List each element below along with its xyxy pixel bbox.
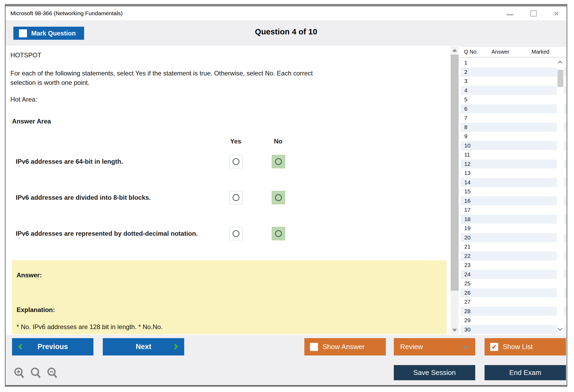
- list-scrollbar-thumb[interactable]: [557, 70, 563, 87]
- header-marked: Marked: [532, 49, 549, 55]
- question-list-row[interactable]: 21: [461, 242, 567, 251]
- q-number: 1: [464, 59, 467, 66]
- question-list-row[interactable]: 10: [461, 141, 567, 150]
- q-number: 5: [464, 96, 467, 103]
- show-answer-button[interactable]: Show Answer: [304, 338, 386, 355]
- next-button[interactable]: Next: [103, 338, 184, 355]
- q-number: 10: [464, 142, 470, 149]
- radio-no[interactable]: [272, 227, 285, 240]
- question-list-row[interactable]: 11: [461, 150, 567, 159]
- question-list-row[interactable]: 25: [461, 279, 567, 288]
- q-number: 24: [464, 271, 470, 278]
- question-list-row[interactable]: 14: [461, 178, 567, 187]
- scrollbar-thumb[interactable]: [451, 55, 459, 291]
- radio-yes[interactable]: [229, 227, 243, 240]
- radio-no[interactable]: [272, 155, 285, 168]
- main-scrollbar[interactable]: [451, 46, 459, 334]
- q-number: 12: [464, 161, 470, 167]
- previous-label: Previous: [37, 343, 68, 351]
- question-list-panel: Q No. Answer Marked 1 2 3 4 5 6 7 8 9 10…: [461, 46, 567, 335]
- q-number: 22: [464, 253, 470, 259]
- review-button[interactable]: Review: [394, 338, 475, 355]
- radio-circle-icon: [275, 194, 282, 201]
- question-list-row[interactable]: 5: [461, 95, 567, 104]
- question-list-row[interactable]: 22: [461, 251, 567, 261]
- question-list-row[interactable]: 29: [461, 316, 567, 325]
- radio-yes[interactable]: [229, 155, 243, 168]
- save-session-label: Save Session: [413, 369, 456, 377]
- radio-yes[interactable]: [229, 191, 243, 204]
- question-list-row[interactable]: 8: [461, 123, 567, 132]
- header-q-no: Q No.: [464, 49, 478, 55]
- column-header-yes: Yes: [226, 138, 245, 145]
- question-list: 1 2 3 4 5 6 7 8 9 10 11 12 13 14 15 16 1…: [461, 58, 567, 334]
- question-list-row[interactable]: 19: [461, 224, 567, 233]
- radio-circle-icon: [233, 194, 239, 201]
- q-number: 23: [464, 262, 470, 268]
- answer-area-label: Answer Area: [12, 118, 51, 125]
- question-body: HOTSPOT For each of the following statem…: [6, 46, 567, 335]
- question-list-row[interactable]: 6: [461, 104, 567, 114]
- radio-circle-icon: [233, 230, 239, 237]
- exam-window: Microsoft 98-366 (Networking Fundamental…: [5, 4, 567, 387]
- question-list-row[interactable]: 13: [461, 169, 567, 178]
- question-list-row[interactable]: 1: [461, 58, 567, 67]
- answer-label: Answer:: [17, 271, 42, 279]
- radio-no[interactable]: [272, 191, 285, 204]
- maximize-icon[interactable]: [530, 10, 537, 17]
- zoom-in-icon[interactable]: [13, 367, 26, 379]
- q-number: 16: [464, 198, 470, 204]
- end-exam-button[interactable]: End Exam: [485, 365, 566, 380]
- question-list-row[interactable]: 15: [461, 187, 567, 196]
- q-number: 17: [464, 207, 470, 213]
- list-scroll-up-icon[interactable]: [558, 61, 563, 65]
- q-number: 28: [464, 308, 470, 314]
- question-list-row[interactable]: 4: [461, 86, 567, 95]
- q-number: 19: [464, 225, 470, 231]
- q-number: 2: [464, 69, 467, 75]
- close-icon[interactable]: ×: [554, 9, 559, 17]
- review-label: Review: [400, 343, 423, 351]
- question-list-row[interactable]: 20: [461, 233, 567, 242]
- question-list-row[interactable]: 24: [461, 270, 567, 279]
- show-list-label: Show List: [503, 343, 533, 351]
- question-list-row[interactable]: 30: [461, 325, 567, 334]
- q-number: 13: [464, 170, 470, 176]
- collapse-arrow-icon[interactable]: [462, 345, 468, 349]
- show-answer-checkbox[interactable]: [310, 343, 318, 351]
- question-list-row[interactable]: 7: [461, 113, 567, 123]
- question-list-row[interactable]: 3: [461, 77, 567, 86]
- question-list-row[interactable]: 17: [461, 205, 567, 215]
- question-list-row[interactable]: 2: [461, 67, 567, 77]
- radio-circle-icon: [233, 158, 239, 165]
- show-list-button[interactable]: ✔ Show List: [485, 338, 566, 355]
- explanation-label: Explanation:: [17, 306, 55, 314]
- scroll-down-icon[interactable]: [452, 329, 457, 332]
- question-list-row[interactable]: 9: [461, 132, 567, 141]
- zoom-out-icon[interactable]: [46, 367, 59, 379]
- question-list-row[interactable]: 18: [461, 215, 567, 224]
- scroll-up-icon[interactable]: [452, 49, 457, 52]
- footer-toolbar: Previous Next Show Answer Review ✔ Show …: [6, 335, 567, 385]
- save-session-button[interactable]: Save Session: [394, 365, 475, 380]
- explanation-text: * No. IPv6 addresses are 128 bit in leng…: [17, 323, 163, 331]
- next-label: Next: [136, 343, 151, 351]
- previous-button[interactable]: Previous: [12, 338, 93, 355]
- chevron-left-icon: [18, 344, 24, 350]
- minimize-icon[interactable]: [506, 12, 513, 15]
- question-list-scrollbar[interactable]: [557, 59, 564, 333]
- title-bar: Microsoft 98-366 (Networking Fundamental…: [6, 6, 567, 20]
- list-scroll-down-icon[interactable]: [558, 326, 563, 331]
- q-number: 29: [464, 317, 470, 323]
- zoom-reset-icon[interactable]: [30, 367, 42, 379]
- question-list-row[interactable]: 28: [461, 307, 567, 316]
- q-number: 18: [464, 216, 470, 222]
- q-number: 25: [464, 280, 470, 287]
- show-list-checkbox[interactable]: ✔: [490, 343, 498, 351]
- question-list-row[interactable]: 27: [461, 297, 567, 307]
- question-list-row[interactable]: 26: [461, 288, 567, 298]
- question-list-row[interactable]: 23: [461, 261, 567, 270]
- question-list-row[interactable]: 12: [461, 159, 567, 169]
- q-number: 9: [464, 133, 467, 139]
- question-list-row[interactable]: 16: [461, 196, 567, 206]
